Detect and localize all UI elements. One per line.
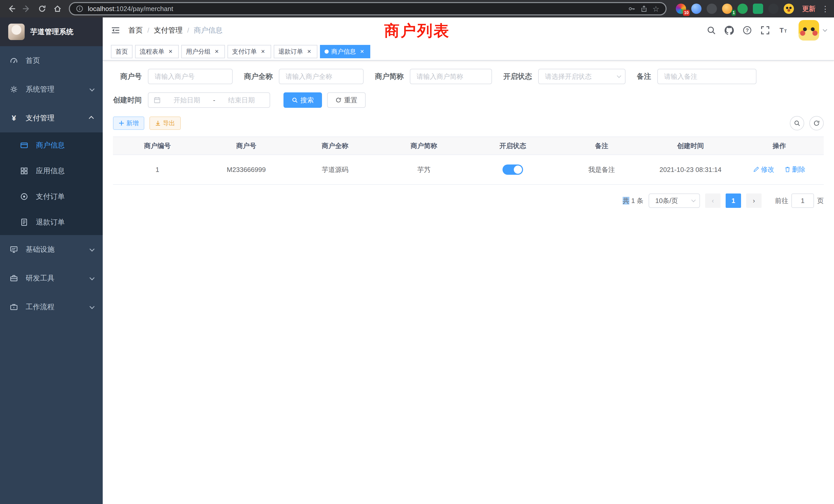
browser-update-button[interactable]: 更新 xyxy=(798,4,820,13)
create-time-range-picker[interactable]: 开始日期 - 结束日期 xyxy=(148,92,270,108)
close-icon[interactable]: × xyxy=(259,48,266,55)
address-bar[interactable]: localhost:1024/pay/merchant ☆ xyxy=(69,2,666,16)
extension-badge: 10 xyxy=(683,10,690,16)
fullscreen-icon[interactable] xyxy=(761,26,770,35)
tab-process-form[interactable]: 流程表单 × xyxy=(135,45,179,58)
extension-icon[interactable]: 1 xyxy=(722,4,732,14)
extension-icon[interactable]: 10 xyxy=(676,4,686,14)
status-select[interactable]: 请选择开启状态 xyxy=(538,69,626,84)
extension-badge: 1 xyxy=(731,10,736,16)
browser-menu-icon[interactable]: ⋮ xyxy=(821,4,830,13)
extension-icon[interactable] xyxy=(691,4,702,14)
breadcrumb-home[interactable]: 首页 xyxy=(128,25,143,35)
sidebar-item-pay-orders[interactable]: 支付订单 xyxy=(0,184,103,209)
close-icon[interactable]: × xyxy=(306,48,313,55)
password-key-icon[interactable] xyxy=(628,5,636,13)
short-name-input[interactable] xyxy=(410,69,492,84)
help-icon[interactable]: ? xyxy=(743,26,752,35)
sidebar-item-home[interactable]: 首页 xyxy=(0,46,103,75)
grid-icon xyxy=(20,167,29,175)
sidebar-item-label: 应用信息 xyxy=(36,166,93,176)
sidebar-item-dev-tools[interactable]: 研发工具 xyxy=(0,264,103,293)
edit-link[interactable]: 修改 xyxy=(753,165,774,174)
cell-remark: 我是备注 xyxy=(557,165,646,174)
share-icon[interactable] xyxy=(640,5,648,13)
tab-pay-orders[interactable]: 支付订单 × xyxy=(227,45,271,58)
add-button[interactable]: 新增 xyxy=(113,116,144,130)
remark-input[interactable] xyxy=(657,69,756,84)
user-menu[interactable] xyxy=(798,20,826,41)
close-icon[interactable]: × xyxy=(358,48,366,55)
next-page-button[interactable]: › xyxy=(746,193,762,208)
sidebar-item-merchant-info[interactable]: 商户信息 xyxy=(0,132,103,158)
breadcrumb-current: 商户信息 xyxy=(194,25,222,35)
back-button[interactable] xyxy=(4,2,19,16)
extension-icon[interactable] xyxy=(707,4,717,14)
bookmark-star-icon[interactable]: ☆ xyxy=(653,4,659,13)
app-shell: 芋道管理系统 首页 系统管理 ¥ 支 xyxy=(0,18,834,504)
sidebar-item-app-info[interactable]: 应用信息 xyxy=(0,158,103,184)
col-header-short-name: 商户简称 xyxy=(379,141,468,151)
extension-icon[interactable] xyxy=(738,4,748,14)
chevron-down-icon xyxy=(691,198,696,202)
full-name-input[interactable] xyxy=(279,69,364,84)
sidebar-item-workflow[interactable]: 工作流程 xyxy=(0,293,103,321)
pencil-icon xyxy=(753,166,759,173)
delete-link[interactable]: 删除 xyxy=(785,165,806,174)
selected-text: 共 xyxy=(623,197,629,205)
home-button[interactable] xyxy=(50,2,65,16)
github-icon[interactable] xyxy=(725,26,734,35)
search-button[interactable]: 搜索 xyxy=(284,92,322,108)
tab-label: 退款订单 xyxy=(278,47,303,56)
reset-button[interactable]: 重置 xyxy=(327,92,366,108)
extensions-row: 10 1 xyxy=(673,4,797,14)
end-date-placeholder: 结束日期 xyxy=(218,96,264,105)
reload-button[interactable] xyxy=(35,2,49,16)
goto-page-input[interactable] xyxy=(791,193,814,208)
status-toggle[interactable] xyxy=(503,164,523,175)
forward-button[interactable] xyxy=(20,2,34,16)
toggle-search-button[interactable] xyxy=(790,116,804,130)
add-button-label: 新增 xyxy=(126,119,139,127)
svg-text:?: ? xyxy=(746,27,749,33)
export-button[interactable]: 导出 xyxy=(150,116,181,130)
document-icon xyxy=(20,218,29,226)
font-size-icon[interactable]: TT xyxy=(778,26,788,35)
tab-label: 商户信息 xyxy=(331,47,356,56)
start-date-placeholder: 开始日期 xyxy=(164,96,210,105)
sidebar-item-refund-orders[interactable]: 退款订单 xyxy=(0,209,103,235)
prev-page-button[interactable]: ‹ xyxy=(705,193,721,208)
navbar-actions: ? TT xyxy=(707,20,826,41)
site-info-icon[interactable] xyxy=(76,5,83,12)
tab-merchant-info[interactable]: 商户信息 × xyxy=(320,45,370,58)
browser-toolbar: localhost:1024/pay/merchant ☆ 10 1 更新 ⋮ xyxy=(0,0,834,18)
search-icon[interactable] xyxy=(707,26,716,35)
refresh-button[interactable] xyxy=(809,116,824,130)
tab-refund-orders[interactable]: 退款订单 × xyxy=(274,45,317,58)
col-header-status: 开启状态 xyxy=(468,141,557,151)
user-avatar xyxy=(798,20,819,41)
extension-icon[interactable] xyxy=(768,4,778,14)
close-icon[interactable]: × xyxy=(213,48,220,55)
tab-user-group[interactable]: 用户分组 × xyxy=(181,45,225,58)
sidebar-toggle-icon[interactable] xyxy=(111,26,120,35)
profile-avatar-icon[interactable] xyxy=(784,4,794,14)
tab-home[interactable]: 首页 xyxy=(111,45,132,58)
close-icon[interactable]: × xyxy=(167,48,174,55)
tab-label: 用户分组 xyxy=(186,47,211,56)
table-row: 1 M233666999 芋道源码 芋艿 我是备注 2021-10-23 08:… xyxy=(113,155,824,185)
sidebar-item-payment[interactable]: ¥ 支付管理 xyxy=(0,104,103,132)
breadcrumb-separator: / xyxy=(147,26,149,35)
sidebar-item-infrastructure[interactable]: 基础设施 xyxy=(0,235,103,264)
page-size-select[interactable]: 10条/页 xyxy=(649,193,700,208)
page-1-button[interactable]: 1 xyxy=(726,193,741,208)
breadcrumb: 首页 / 支付管理 / 商户信息 xyxy=(128,25,222,35)
app-logo[interactable]: 芋道管理系统 xyxy=(0,18,103,46)
sidebar-item-system[interactable]: 系统管理 xyxy=(0,75,103,104)
sidebar-item-label: 基础设施 xyxy=(26,245,90,254)
merchant-no-input[interactable] xyxy=(148,69,233,84)
extension-icon[interactable] xyxy=(753,4,763,14)
delete-link-label: 删除 xyxy=(792,165,806,174)
card-icon xyxy=(20,141,29,150)
breadcrumb-payment[interactable]: 支付管理 xyxy=(154,25,182,35)
